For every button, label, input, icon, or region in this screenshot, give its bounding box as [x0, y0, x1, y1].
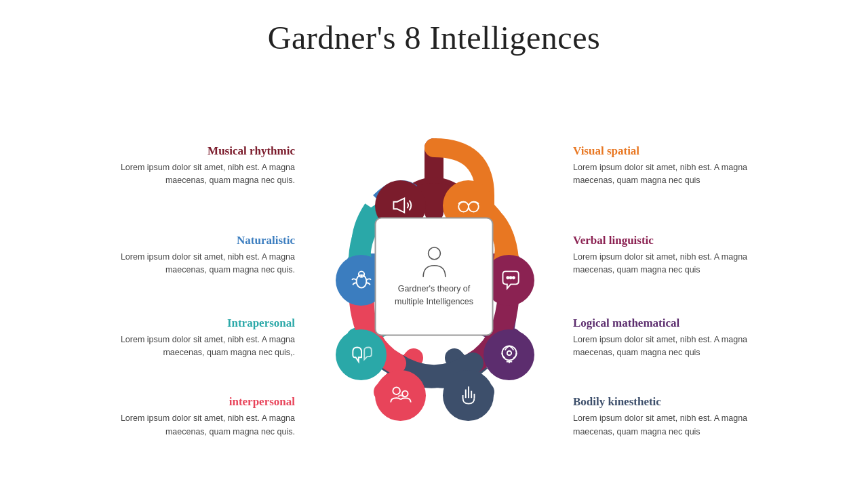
bodily-icon-circle — [443, 370, 494, 421]
interpersonal-panel: interpersonal Lorem ipsum dolor sit amet… — [112, 395, 295, 439]
intrapersonal-icon-circle — [336, 329, 387, 380]
page-title: Gardner's 8 Intelligences — [0, 0, 868, 56]
page: Gardner's 8 Intelligences Musical rhythm… — [0, 0, 868, 488]
interpersonal-icon-circle — [375, 370, 426, 421]
visual-panel: Visual spatial Lorem ipsum dolor sit ame… — [573, 144, 756, 188]
verbal-desc: Lorem ipsum dolor sit amet, nibh est. A … — [573, 251, 756, 277]
logical-desc: Lorem ipsum dolor sit amet, nibh est. A … — [573, 333, 756, 360]
center-line1: Gardner's theory of — [398, 284, 471, 293]
intrapersonal-desc: Lorem ipsum dolor sit amet, nibh est. A … — [112, 333, 295, 360]
musical-title: Musical rhythmic — [112, 144, 295, 158]
musical-panel: Musical rhythmic Lorem ipsum dolor sit a… — [112, 144, 295, 188]
svg-point-15 — [428, 247, 440, 260]
logical-title: Logical mathematical — [573, 317, 756, 330]
logical-icon-circle — [484, 329, 534, 380]
naturalistic-desc: Lorem ipsum dolor sit amet, nibh est. A … — [112, 251, 295, 277]
interpersonal-title: interpersonal — [112, 395, 295, 409]
center-line2: multiple Intelligences — [395, 297, 473, 306]
intrapersonal-title: Intrapersonal — [112, 317, 295, 330]
visual-desc: Lorem ipsum dolor sit amet, nibh est. A … — [573, 161, 756, 188]
svg-point-6 — [507, 277, 509, 279]
logical-panel: Logical mathematical Lorem ipsum dolor s… — [573, 317, 756, 360]
musical-desc: Lorem ipsum dolor sit amet, nibh est. A … — [112, 161, 295, 188]
svg-point-10 — [507, 351, 511, 355]
bodily-panel: Bodily kinesthetic Lorem ipsum dolor sit… — [573, 395, 756, 439]
center-box: Gardner's theory of multiple Intelligenc… — [375, 217, 494, 336]
svg-point-7 — [509, 277, 511, 279]
naturalistic-panel: Naturalistic Lorem ipsum dolor sit amet,… — [112, 234, 295, 277]
bodily-title: Bodily kinesthetic — [573, 395, 756, 409]
naturalistic-title: Naturalistic — [112, 234, 295, 247]
bodily-desc: Lorem ipsum dolor sit amet, nibh est. A … — [573, 412, 756, 439]
interpersonal-desc: Lorem ipsum dolor sit amet, nibh est. A … — [112, 412, 295, 439]
verbal-title: Verbal linguistic — [573, 234, 756, 247]
svg-point-13 — [393, 387, 400, 394]
person-icon — [416, 245, 452, 280]
svg-point-8 — [512, 277, 514, 279]
verbal-panel: Verbal linguistic Lorem ipsum dolor sit … — [573, 234, 756, 277]
visual-title: Visual spatial — [573, 144, 756, 158]
intrapersonal-panel: Intrapersonal Lorem ipsum dolor sit amet… — [112, 317, 295, 360]
